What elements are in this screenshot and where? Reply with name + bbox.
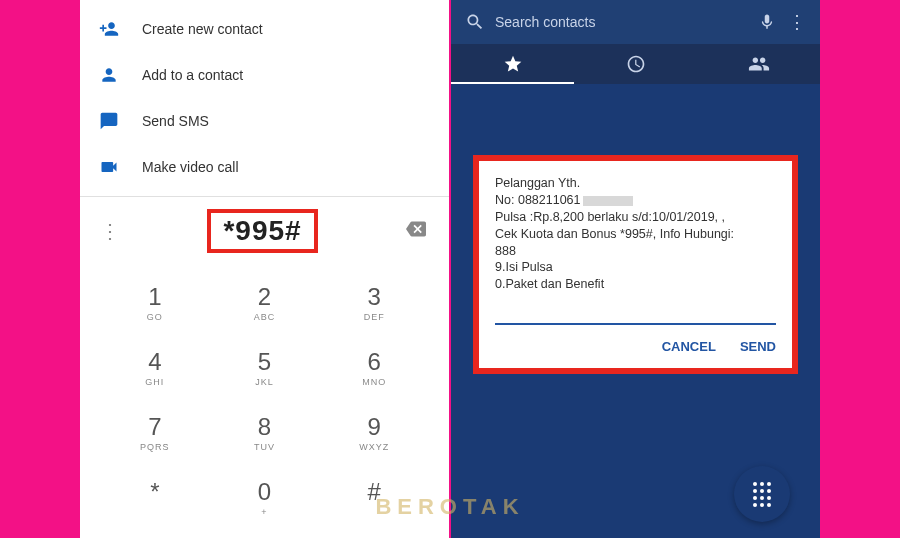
person-add-icon xyxy=(98,18,120,40)
key-star[interactable]: * xyxy=(100,468,210,527)
menu-send-sms[interactable]: Send SMS xyxy=(80,98,449,144)
dialed-number-row: ⋮ *995# xyxy=(80,196,449,265)
cancel-button[interactable]: CANCEL xyxy=(662,339,716,354)
key-6[interactable]: 6MNO xyxy=(319,338,429,397)
keypad: 1GO 2ABC 3DEF 4GHI 5JKL 6MNO 7PQRS 8TUV … xyxy=(80,265,449,535)
star-icon xyxy=(503,54,523,74)
dialpad-fab[interactable] xyxy=(734,466,790,522)
tab-recents[interactable] xyxy=(574,44,697,84)
menu-add-to-contact[interactable]: Add to a contact xyxy=(80,52,449,98)
key-hash[interactable]: # xyxy=(319,468,429,527)
key-3[interactable]: 3DEF xyxy=(319,273,429,332)
dialed-number: *995# xyxy=(223,215,301,246)
search-placeholder: Search contacts xyxy=(495,14,758,30)
highlight-frame: *995# xyxy=(207,209,317,253)
videocam-icon xyxy=(98,156,120,178)
key-5[interactable]: 5JKL xyxy=(210,338,320,397)
menu-video-call[interactable]: Make video call xyxy=(80,144,449,190)
tabs xyxy=(451,44,820,84)
clock-icon xyxy=(626,54,646,74)
search-bar[interactable]: Search contacts ⋮ xyxy=(451,0,820,44)
menu-create-contact[interactable]: Create new contact xyxy=(80,6,449,52)
menu-label: Send SMS xyxy=(142,113,209,129)
menu-label: Add to a contact xyxy=(142,67,243,83)
key-7[interactable]: 7PQRS xyxy=(100,403,210,462)
tab-favorites[interactable] xyxy=(451,44,574,84)
more-icon[interactable]: ⋮ xyxy=(90,219,132,243)
people-icon xyxy=(748,53,770,75)
menu-label: Create new contact xyxy=(142,21,263,37)
ussd-input[interactable] xyxy=(495,303,776,325)
more-icon[interactable]: ⋮ xyxy=(788,11,806,33)
send-button[interactable]: SEND xyxy=(740,339,776,354)
key-2[interactable]: 2ABC xyxy=(210,273,320,332)
key-4[interactable]: 4GHI xyxy=(100,338,210,397)
dialog-message: Pelanggan Yth. No: 088211061 Pulsa :Rp.8… xyxy=(495,175,776,293)
key-1[interactable]: 1GO xyxy=(100,273,210,332)
redacted-block xyxy=(583,196,633,206)
tab-contacts[interactable] xyxy=(697,44,820,84)
backspace-icon[interactable] xyxy=(393,219,439,243)
key-8[interactable]: 8TUV xyxy=(210,403,320,462)
key-0[interactable]: 0+ xyxy=(210,468,320,527)
key-9[interactable]: 9WXYZ xyxy=(319,403,429,462)
mic-icon[interactable] xyxy=(758,13,776,31)
search-icon xyxy=(465,12,485,32)
message-icon xyxy=(98,110,120,132)
context-menu: Create new contact Add to a contact Send… xyxy=(80,0,449,196)
ussd-dialog: Pelanggan Yth. No: 088211061 Pulsa :Rp.8… xyxy=(473,155,798,374)
contacts-phone: Search contacts ⋮ Pelanggan Yth. No: 088… xyxy=(451,0,820,538)
dialpad-icon xyxy=(753,482,771,507)
menu-label: Make video call xyxy=(142,159,239,175)
dialer-phone: Create new contact Add to a contact Send… xyxy=(80,0,449,538)
person-icon xyxy=(98,64,120,86)
